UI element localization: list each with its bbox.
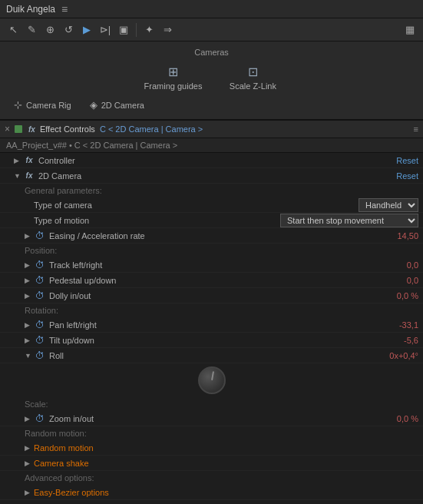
pan-stopwatch-icon: ⏱ [34, 319, 46, 331]
easy-bezier-row[interactable]: ▶ Easy-Bezier options [0, 485, 423, 500]
track-label: Track left/right [49, 260, 407, 270]
track-leftright-row[interactable]: ▶ ⏱ Track left/right 0,0 [0, 257, 423, 273]
toolbar-btn-link[interactable]: ⊕ [41, 22, 58, 38]
dolly-stopwatch-icon: ⏱ [34, 290, 46, 302]
easing-value[interactable]: 14,50 [397, 231, 418, 240]
close-btn[interactable]: × [5, 124, 10, 134]
effect-menu-icon[interactable]: ≡ [414, 124, 418, 134]
easy-bezier-arrow: ▶ [25, 489, 32, 496]
zoom-row[interactable]: ▶ ⏱ Zoom in/out 0,0 % [0, 411, 423, 426]
advanced-options-section-label: Advanced options: [25, 473, 94, 482]
roll-knob[interactable] [198, 366, 226, 394]
pedestal-arrow: ▶ [25, 277, 32, 284]
toolbar-btn-arrow2[interactable]: ⇒ [159, 22, 176, 38]
toolbar-btn-grid[interactable]: ▣ [115, 22, 132, 38]
2dcamera-fx-icon: fx [23, 170, 35, 182]
2dcamera-row[interactable]: ▼ fx 2D Camera Reset [0, 168, 423, 184]
framing-guides-icon: ⊞ [168, 65, 178, 79]
app-name: Duik Angela [6, 4, 55, 15]
scale-label: Scale: [25, 400, 48, 409]
2dcamera-reset[interactable]: Reset [396, 171, 418, 181]
2dcamera-label: 2D Camera [38, 171, 396, 181]
tilt-label: Tilt up/down [49, 336, 404, 345]
random-motion-section-label: Random motion: [25, 429, 87, 438]
scale-zlink-icon: ⊡ [248, 65, 258, 79]
controller-row[interactable]: ▶ fx Controller Reset [0, 153, 423, 168]
pan-value[interactable]: -33,1 [399, 320, 418, 330]
dolly-arrow: ▶ [25, 292, 32, 300]
scale-section: Scale: [0, 397, 423, 411]
camera-rig-btn[interactable]: ⊹ Camera Rig [6, 97, 79, 113]
toolbar-btn-pen[interactable]: ✎ [23, 22, 40, 38]
type-camera-label: Type of camera [34, 201, 359, 210]
roll-value[interactable]: 0x+0,4° [389, 351, 418, 360]
active-indicator [15, 125, 22, 133]
camera-shake-arrow: ▶ [25, 459, 32, 467]
properties-list: ▶ fx Controller Reset ▼ fx 2D Camera Res… [0, 153, 423, 504]
pan-row[interactable]: ▶ ⏱ Pan left/right -33,1 [0, 317, 423, 333]
toolbar-separator [136, 23, 137, 37]
toolbar-btn-play[interactable]: ▶ [78, 22, 95, 38]
position-section: Position: [0, 244, 423, 257]
camera-rig-icon: ⊹ [14, 99, 22, 111]
toolbar-btn-star[interactable]: ✦ [140, 22, 157, 38]
dolly-label: Dolly in/out [49, 291, 397, 300]
random-motion-row[interactable]: ▶ Random motion [0, 440, 423, 456]
pedestal-stopwatch-icon: ⏱ [34, 274, 46, 287]
track-value[interactable]: 0,0 [407, 260, 418, 270]
camera-tools: ⊹ Camera Rig ◈ 2D Camera [0, 94, 423, 116]
track-arrow: ▶ [25, 261, 32, 269]
roll-label: Roll [49, 351, 389, 360]
scale-zlink-btn[interactable]: ⊡ Scale Z-Link [214, 61, 291, 94]
roll-arrow: ▼ [25, 352, 32, 360]
advanced-options-section: Advanced options: [0, 471, 423, 485]
zoom-label: Zoom in/out [49, 414, 397, 423]
toolbar-btn-rotate[interactable]: ↺ [60, 22, 77, 38]
advanced-row[interactable]: ▶ Advanced [0, 500, 423, 504]
camera-section-title: Cameras [0, 48, 423, 57]
zoom-arrow: ▶ [25, 415, 32, 423]
pedestal-value[interactable]: 0,0 [407, 276, 418, 285]
general-params-section: General parameters: [0, 184, 423, 197]
2d-camera-btn[interactable]: ◈ 2D Camera [82, 97, 152, 113]
random-motion-label: Random motion [34, 443, 418, 453]
roll-row[interactable]: ▼ ⏱ Roll 0x+0,4° [0, 348, 423, 363]
general-params-label: General parameters: [25, 186, 102, 195]
dolly-row[interactable]: ▶ ⏱ Dolly in/out 0,0 % [0, 288, 423, 303]
tilt-row[interactable]: ▶ ⏱ Tilt up/down -5,6 [0, 333, 423, 348]
roll-stopwatch-icon: ⏱ [34, 350, 46, 362]
toolbar: ↖ ✎ ⊕ ↺ ▶ ⊳| ▣ ✦ ⇒ ▦ [0, 18, 423, 41]
zoom-stopwatch-icon: ⏱ [34, 413, 46, 425]
fx-icon: fx [28, 125, 35, 134]
camera-buttons: ⊞ Framing guides ⊡ Scale Z-Link [0, 61, 423, 94]
camera-shake-row[interactable]: ▶ Camera shake [0, 456, 423, 471]
controller-reset[interactable]: Reset [396, 156, 418, 165]
tilt-stopwatch-icon: ⏱ [34, 334, 46, 346]
effect-header-path: C < 2D Camera | Camera > [100, 124, 203, 134]
pan-label: Pan left/right [49, 320, 399, 330]
type-of-motion-row[interactable]: ▶ Type of motion Start then stop movemen… [0, 213, 423, 228]
tilt-value[interactable]: -5,6 [404, 336, 418, 345]
type-motion-label: Type of motion [34, 216, 280, 225]
scale-zlink-label: Scale Z-Link [230, 81, 276, 91]
2dcamera-arrow: ▼ [14, 172, 21, 180]
easing-row[interactable]: ▶ ⏱ Easing / Acceleration rate 14,50 [0, 228, 423, 244]
toolbar-btn-right[interactable]: ▦ [402, 22, 418, 38]
framing-guides-btn[interactable]: ⊞ Framing guides [132, 61, 215, 94]
type-motion-select[interactable]: Start then stop movement Constant Loop [280, 214, 418, 227]
type-of-camera-row[interactable]: ▶ Type of camera Handheld Static Tripod … [0, 197, 423, 213]
2d-camera-label: 2D Camera [101, 101, 144, 110]
dolly-value[interactable]: 0,0 % [397, 291, 418, 300]
toolbar-btn-arrow[interactable]: ↖ [5, 22, 21, 38]
track-stopwatch-icon: ⏱ [34, 259, 46, 271]
easing-label: Easing / Acceleration rate [49, 231, 397, 240]
menu-icon[interactable]: ≡ [61, 3, 68, 15]
breadcrumb: AA_Project_v## • C < 2D Camera | Camera … [0, 138, 423, 153]
pedestal-row[interactable]: ▶ ⏱ Pedestal up/down 0,0 [0, 273, 423, 288]
type-camera-select[interactable]: Handheld Static Tripod Drone [359, 198, 418, 212]
zoom-value[interactable]: 0,0 % [397, 414, 418, 423]
rotation-section: Rotation: [0, 303, 423, 317]
camera-shake-label: Camera shake [34, 459, 418, 468]
controller-label: Controller [38, 156, 396, 165]
toolbar-btn-step[interactable]: ⊳| [97, 22, 114, 38]
